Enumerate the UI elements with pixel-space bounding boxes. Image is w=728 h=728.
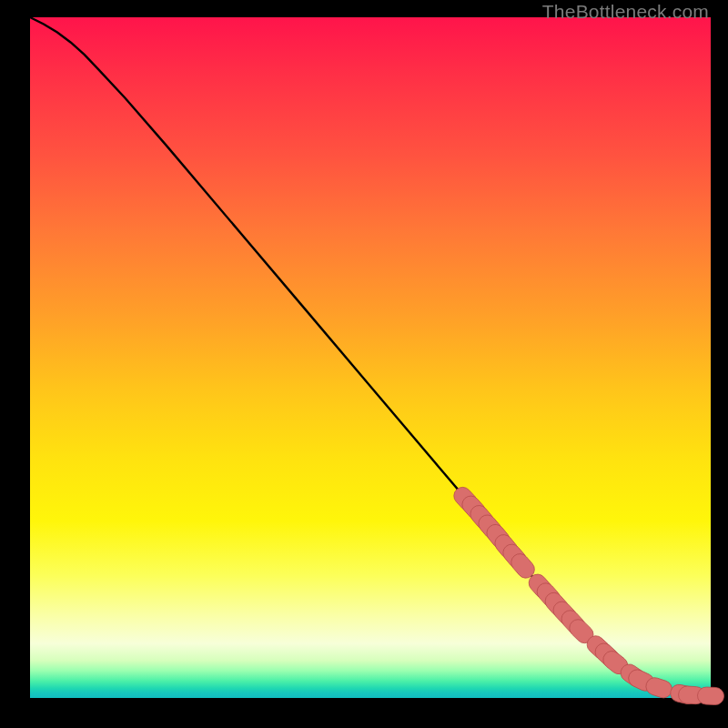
- curve-line: [30, 17, 711, 696]
- chart-svg: [30, 17, 711, 698]
- data-markers: [450, 483, 724, 705]
- watermark-text: TheBottleneck.com: [542, 1, 709, 23]
- data-marker: [697, 687, 724, 705]
- chart-frame: TheBottleneck.com: [0, 0, 728, 728]
